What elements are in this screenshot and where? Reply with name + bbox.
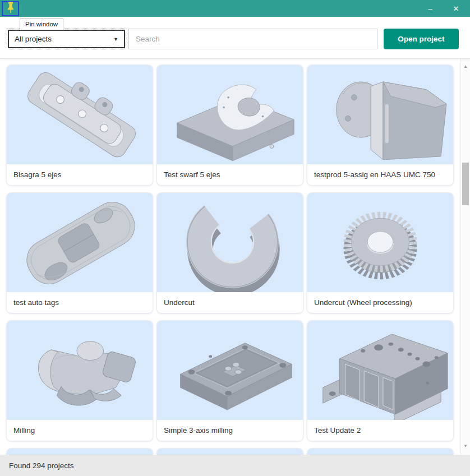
housing-block-model-icon [307,321,453,420]
project-grid-area: Bisagra 5 ejes [0,58,470,455]
project-card[interactable]: Bisagra 5 ejes [6,64,153,186]
project-title: test auto tags [7,292,153,313]
scrollbar-thumb[interactable] [462,163,469,205]
hinge-5axis-model-icon [7,65,153,164]
project-thumbnail [157,449,303,455]
project-thumbnail [307,193,453,292]
project-card[interactable]: Milling [6,320,153,441]
scroll-down-icon[interactable]: ▼ [461,441,470,450]
pin-window-button[interactable] [2,1,19,16]
project-thumbnail [157,193,303,292]
project-thumbnail [307,65,453,164]
project-filter-dropdown[interactable]: All projects ▼ [7,29,126,49]
square-flange-model-icon [307,65,453,164]
project-title: Undercut (Wheel processing) [307,292,453,313]
project-card-partial[interactable] [6,448,153,455]
project-thumbnail [157,321,303,420]
project-thumbnail [7,321,153,420]
project-title: testprod 5-assig en HAAS UMC 750 [307,164,453,185]
project-thumbnail [157,65,303,164]
project-card-partial[interactable] [156,448,303,455]
project-title: Bisagra 5 ejes [7,164,153,185]
vertical-scrollbar[interactable]: ▲ ▼ [460,58,470,455]
project-thumbnail [7,193,153,292]
car-body-shell-model-icon [7,193,153,292]
project-count-text: Found 294 projects [9,461,74,470]
project-filter-value: All projects [15,35,52,43]
pocket-plate-model-icon [157,321,303,420]
open-project-button[interactable]: Open project [384,29,459,49]
project-card[interactable]: Undercut [156,192,303,313]
search-input[interactable] [128,29,377,49]
project-thumbnail [307,321,453,420]
project-card[interactable]: test auto tags [6,192,153,313]
project-card[interactable]: Simple 3-axis milling [156,320,303,441]
pin-window-tooltip: Pin window [20,19,63,30]
pushpin-icon [6,2,15,16]
project-grid: Bisagra 5 ejes [6,64,454,455]
project-title: Simple 3-axis milling [157,420,303,441]
scroll-up-icon[interactable]: ▲ [461,62,470,71]
project-title: Milling [7,420,153,441]
curved-undercut-model-icon [157,193,303,292]
swarf-fin-block-model-icon [157,65,303,164]
project-card-partial[interactable] [307,448,454,455]
toolbar: All projects ▼ Open project [0,17,470,59]
project-card[interactable]: testprod 5-assig en HAAS UMC 750 [307,64,454,186]
freeform-milling-model-icon [7,321,153,420]
titlebar[interactable]: – ✕ [0,0,470,17]
project-filter-dropdown-inner: All projects ▼ [8,30,125,48]
project-title: Test Update 2 [307,420,453,441]
close-button[interactable]: ✕ [443,0,469,17]
chevron-down-icon: ▼ [113,36,118,42]
project-card[interactable]: Test Update 2 [307,320,454,441]
project-card[interactable]: Undercut (Wheel processing) [307,192,454,313]
window-controls: – ✕ [417,0,469,17]
gear-model-icon [307,193,453,292]
minimize-button[interactable]: – [417,0,443,17]
statusbar: Found 294 projects [0,455,470,476]
project-title: Undercut [157,292,303,313]
project-card[interactable]: Test swarf 5 ejes [156,64,303,186]
project-thumbnail [307,449,453,455]
project-title: Test swarf 5 ejes [157,164,303,185]
project-thumbnail [7,65,153,164]
project-thumbnail [7,449,153,455]
